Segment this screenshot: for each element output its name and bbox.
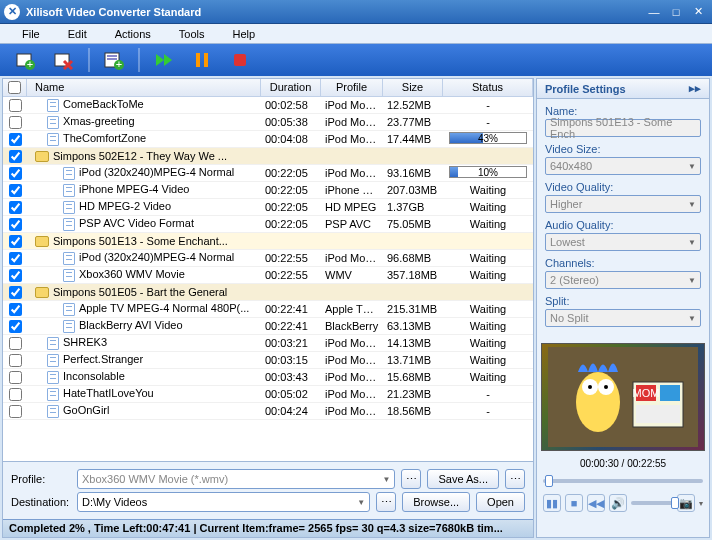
play-pause-button[interactable]: ▮▮ — [543, 494, 561, 512]
row-checkbox[interactable] — [9, 354, 22, 367]
row-checkbox[interactable] — [9, 320, 22, 333]
row-checkbox[interactable] — [9, 184, 22, 197]
row-checkbox[interactable] — [9, 150, 22, 163]
name-field[interactable]: Simpons 501E13 - Some Ench — [545, 119, 701, 137]
channels-dropdown[interactable]: 2 (Stereo)▼ — [545, 271, 701, 289]
row-checkbox[interactable] — [9, 269, 22, 282]
add-file-button[interactable]: + — [8, 47, 44, 73]
row-checkbox[interactable] — [9, 405, 22, 418]
settings-header[interactable]: Profile Settings ▸▸ — [537, 79, 709, 99]
table-row[interactable]: BlackBerry AVI Video00:22:41BlackBerry63… — [3, 318, 533, 335]
header-size[interactable]: Size — [383, 79, 443, 96]
snapshot-button[interactable]: 📷 — [677, 494, 695, 512]
table-row[interactable]: PSP AVC Video Format00:22:05PSP AVC75.05… — [3, 216, 533, 233]
folder-icon — [35, 151, 49, 162]
video-preview[interactable]: MOM — [541, 343, 705, 451]
row-checkbox[interactable] — [9, 252, 22, 265]
file-icon — [47, 337, 59, 350]
profile-dropdown[interactable]: Xbox360 WMV Movie (*.wmv)▼ — [77, 469, 395, 489]
file-icon — [63, 167, 75, 180]
seek-slider[interactable] — [543, 476, 703, 486]
table-row[interactable]: SHREK300:03:21iPod Movie14.13MBWaiting — [3, 335, 533, 352]
remove-file-button[interactable] — [46, 47, 82, 73]
volume-button[interactable]: 🔊 — [609, 494, 627, 512]
file-icon — [63, 320, 75, 333]
table-row[interactable]: iPod (320x240)MPEG-4 Normal00:22:05iPod … — [3, 165, 533, 182]
table-row[interactable]: iPhone MPEG-4 Video00:22:05iPhone M...20… — [3, 182, 533, 199]
destination-options-button[interactable]: ⋯ — [376, 492, 396, 512]
row-checkbox[interactable] — [9, 167, 22, 180]
preview-time: 00:00:30 / 00:22:55 — [537, 455, 709, 472]
app-logo: ✕ — [4, 4, 20, 20]
file-icon — [47, 371, 59, 384]
open-button[interactable]: Open — [476, 492, 525, 512]
header-status[interactable]: Status — [443, 79, 533, 96]
video-quality-dropdown[interactable]: Higher▼ — [545, 195, 701, 213]
titlebar: ✕ Xilisoft Video Converter Standard — □ … — [0, 0, 712, 24]
menu-file[interactable]: File — [8, 26, 54, 42]
row-checkbox[interactable] — [9, 99, 22, 112]
start-button[interactable] — [146, 47, 182, 73]
table-row[interactable]: GoOnGirl00:04:24iPod Movie18.56MB- — [3, 403, 533, 420]
prev-button[interactable]: ◀◀ — [587, 494, 605, 512]
file-icon — [47, 116, 59, 129]
split-dropdown[interactable]: No Split▼ — [545, 309, 701, 327]
pause-button[interactable] — [184, 47, 220, 73]
menu-edit[interactable]: Edit — [54, 26, 101, 42]
row-checkbox[interactable] — [9, 235, 22, 248]
table-row[interactable]: Perfect.Stranger00:03:15iPod Movie13.71M… — [3, 352, 533, 369]
table-row[interactable]: Inconsolable00:03:43iPod Movie15.68MBWai… — [3, 369, 533, 386]
destination-dropdown[interactable]: D:\My Videos▼ — [77, 492, 370, 512]
row-checkbox[interactable] — [9, 371, 22, 384]
table-row[interactable]: Simpons 502E12 - They Way We ... — [3, 148, 533, 165]
header-duration[interactable]: Duration — [261, 79, 321, 96]
header-name[interactable]: Name — [27, 79, 261, 96]
close-button[interactable]: ✕ — [688, 4, 708, 20]
table-row[interactable]: Xmas-greeting00:05:38iPod Movie23.77MB- — [3, 114, 533, 131]
row-checkbox[interactable] — [9, 116, 22, 129]
row-checkbox[interactable] — [9, 388, 22, 401]
table-row[interactable]: HateThatILoveYou00:05:02iPod Movie21.23M… — [3, 386, 533, 403]
table-row[interactable]: Apple TV MPEG-4 Normal 480P(...00:22:41A… — [3, 301, 533, 318]
svg-rect-9 — [196, 53, 200, 67]
save-as-button[interactable]: Save As... — [427, 469, 499, 489]
video-size-dropdown[interactable]: 640x480▼ — [545, 157, 701, 175]
volume-slider[interactable] — [631, 498, 673, 508]
file-icon — [47, 354, 59, 367]
table-row[interactable]: Simpons 501E05 - Bart the General — [3, 284, 533, 301]
table-row[interactable]: ComeBackToMe00:02:58iPod Movie12.52MB- — [3, 97, 533, 114]
browse-button[interactable]: Browse... — [402, 492, 470, 512]
row-checkbox[interactable] — [9, 303, 22, 316]
profile-options-button[interactable]: ⋯ — [401, 469, 421, 489]
stop-button[interactable] — [222, 47, 258, 73]
file-list-panel: Name Duration Profile Size Status ComeBa… — [2, 78, 534, 538]
row-checkbox[interactable] — [9, 133, 22, 146]
table-row[interactable]: TheComfortZone00:04:08iPod Movie17.44MB4… — [3, 131, 533, 148]
row-checkbox[interactable] — [9, 201, 22, 214]
file-icon — [47, 388, 59, 401]
header-profile[interactable]: Profile — [321, 79, 383, 96]
table-row[interactable]: HD MPEG-2 Video00:22:05HD MPEG1.37GBWait… — [3, 199, 533, 216]
menu-actions[interactable]: Actions — [101, 26, 165, 42]
table-row[interactable]: Simpons 501E13 - Some Enchant... — [3, 233, 533, 250]
stop-player-button[interactable]: ■ — [565, 494, 583, 512]
row-checkbox[interactable] — [9, 286, 22, 299]
file-icon — [47, 133, 59, 146]
minimize-button[interactable]: — — [644, 4, 664, 20]
file-icon — [47, 405, 59, 418]
audio-quality-dropdown[interactable]: Lowest▼ — [545, 233, 701, 251]
row-checkbox[interactable] — [9, 218, 22, 231]
row-checkbox[interactable] — [9, 337, 22, 350]
select-all-checkbox[interactable] — [8, 81, 21, 94]
svg-rect-10 — [204, 53, 208, 67]
menu-tools[interactable]: Tools — [165, 26, 219, 42]
app-title: Xilisoft Video Converter Standard — [26, 6, 642, 18]
menu-help[interactable]: Help — [218, 26, 269, 42]
maximize-button[interactable]: □ — [666, 4, 686, 20]
svg-point-13 — [576, 372, 620, 432]
toolbar: + + — [0, 44, 712, 76]
table-row[interactable]: iPod (320x240)MPEG-4 Normal00:22:55iPod … — [3, 250, 533, 267]
add-profile-button[interactable]: + — [96, 47, 132, 73]
table-row[interactable]: Xbox360 WMV Movie00:22:55WMV357.18MBWait… — [3, 267, 533, 284]
save-options-button[interactable]: ⋯ — [505, 469, 525, 489]
